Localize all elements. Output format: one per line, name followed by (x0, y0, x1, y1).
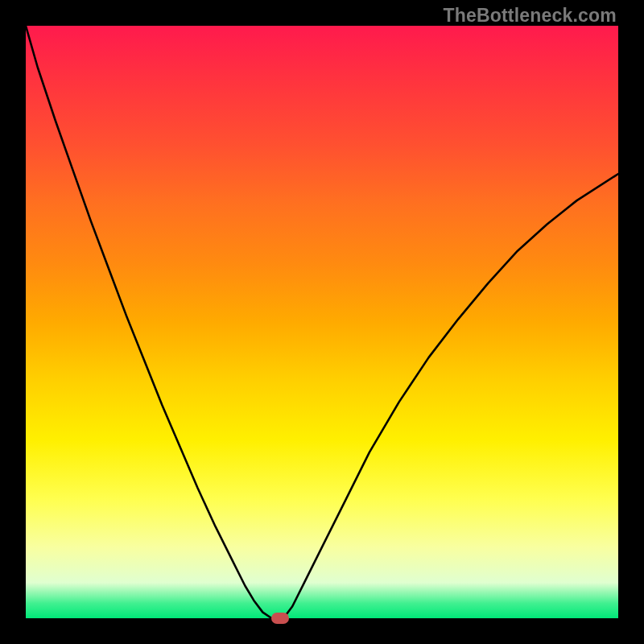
chart-frame: TheBottleneck.com (0, 0, 644, 644)
minimum-marker (271, 613, 289, 624)
bottleneck-curve (26, 26, 618, 618)
watermark-text: TheBottleneck.com (443, 5, 617, 27)
curve-path (26, 26, 618, 618)
plot-area (26, 26, 618, 618)
